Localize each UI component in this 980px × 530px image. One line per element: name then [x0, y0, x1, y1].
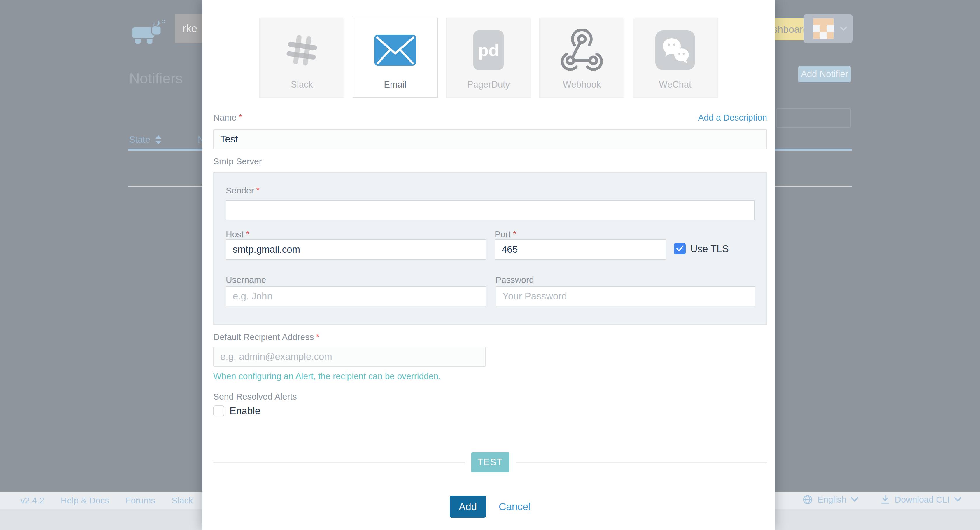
pagerduty-icon: pd — [473, 18, 504, 79]
notifier-type-slack[interactable]: Slack — [259, 18, 344, 98]
chevron-down-icon — [840, 27, 847, 31]
recipient-helper-text: When configuring an Alert, the recipient… — [213, 371, 767, 381]
test-button-row: TEST — [213, 452, 767, 472]
language-selector[interactable]: English — [818, 495, 846, 504]
webhook-icon — [561, 18, 603, 79]
sender-label-text: Sender — [226, 186, 254, 195]
notifier-type-email[interactable]: Email — [353, 18, 438, 98]
username-field-label: Username — [226, 275, 266, 285]
name-label-text: Name — [213, 113, 237, 122]
name-field-label: Name* — [213, 113, 242, 123]
add-notifier-modal: Slack Email pd — [202, 0, 775, 530]
download-icon — [880, 495, 890, 504]
use-tls-checkbox[interactable] — [674, 243, 686, 254]
rancher-logo-icon — [128, 18, 166, 48]
globe-icon — [802, 494, 813, 505]
notifier-type-pagerduty[interactable]: pd PagerDuty — [446, 18, 531, 98]
avatar — [813, 18, 834, 39]
port-field-label: Port* — [495, 229, 516, 239]
required-marker: * — [246, 229, 250, 238]
download-cli-link[interactable]: Download CLI — [895, 495, 950, 504]
sort-icon — [156, 136, 161, 144]
add-button[interactable]: Add — [450, 496, 486, 518]
sender-field-label: Sender* — [226, 186, 259, 196]
enable-checkbox[interactable] — [213, 405, 224, 417]
username-input[interactable] — [226, 286, 486, 307]
page-title: Notifiers — [129, 70, 183, 87]
notifier-type-label: Webhook — [563, 79, 601, 90]
column-header-state[interactable]: State — [129, 134, 161, 145]
host-input[interactable] — [226, 239, 486, 260]
notifier-type-selector: Slack Email pd — [202, 18, 775, 98]
footer-link-forums[interactable]: Forums — [126, 496, 155, 506]
divider-line — [213, 462, 465, 463]
enable-label: Enable — [229, 405, 261, 417]
footer-link-help[interactable]: Help & Docs — [60, 496, 110, 506]
state-column-label: State — [129, 134, 150, 145]
cluster-name: rke — [183, 22, 197, 35]
recipient-input[interactable] — [213, 347, 485, 367]
notifier-type-wechat[interactable]: WeChat — [633, 18, 718, 98]
required-marker: * — [239, 113, 242, 122]
wechat-icon — [655, 18, 695, 79]
chevron-down-icon — [955, 497, 961, 502]
footer-right-links: English Download CLI — [802, 494, 961, 505]
name-input[interactable] — [213, 129, 767, 149]
resolved-alerts-label: Send Resolved Alerts — [213, 392, 767, 402]
notifier-type-label: PagerDuty — [467, 79, 510, 90]
required-marker: * — [316, 332, 320, 341]
notifier-type-label: Slack — [291, 79, 313, 90]
add-description-link[interactable]: Add a Description — [698, 113, 767, 123]
notifier-type-webhook[interactable]: Webhook — [539, 18, 624, 98]
chevron-down-icon — [851, 497, 858, 502]
notifier-type-label: WeChat — [659, 79, 691, 90]
host-field-label: Host* — [226, 229, 250, 239]
modal-actions: Add Cancel — [213, 496, 767, 518]
port-input[interactable] — [495, 239, 666, 260]
required-marker: * — [256, 186, 259, 195]
smtp-server-section-label: Smtp Server — [213, 156, 767, 166]
user-menu-button[interactable] — [803, 14, 853, 43]
port-label-text: Port — [495, 229, 511, 239]
table-search-input[interactable] — [776, 108, 851, 128]
test-button[interactable]: TEST — [471, 452, 509, 472]
screen: rke Dashboard Notifiers Add Notifier Sta… — [0, 0, 980, 530]
recipient-field-label: Default Recipient Address* — [213, 332, 767, 342]
version-label: v2.4.2 — [21, 496, 45, 506]
password-field-label: Password — [496, 275, 534, 285]
divider-line — [515, 462, 767, 463]
email-icon — [374, 18, 416, 79]
sender-input[interactable] — [226, 200, 754, 220]
use-tls-checkbox-row[interactable]: Use TLS — [674, 243, 729, 254]
slack-icon — [285, 18, 320, 79]
required-marker: * — [513, 229, 516, 238]
recipient-label-text: Default Recipient Address — [213, 332, 314, 342]
notifier-type-label: Email — [384, 79, 407, 90]
footer-link-slack[interactable]: Slack — [172, 496, 193, 506]
add-notifier-label: Add Notifier — [801, 69, 848, 79]
use-tls-label: Use TLS — [690, 243, 729, 254]
password-input[interactable] — [496, 286, 756, 307]
cancel-button[interactable]: Cancel — [499, 501, 531, 512]
host-label-text: Host — [226, 229, 244, 239]
pagerduty-glyph: pd — [478, 41, 499, 59]
add-notifier-button[interactable]: Add Notifier — [798, 66, 851, 82]
enable-checkbox-row[interactable]: Enable — [213, 405, 767, 417]
smtp-server-panel: Sender* Host* Port* Use TLS Username Pas… — [213, 172, 767, 324]
